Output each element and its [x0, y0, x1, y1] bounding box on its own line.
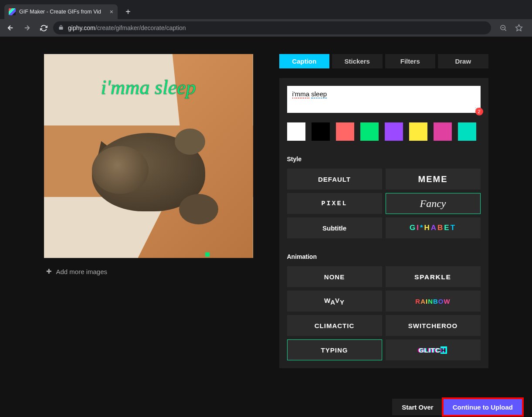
add-more-images-button[interactable]: ✚ Add more images — [44, 268, 253, 275]
zoom-icon[interactable] — [496, 21, 510, 35]
color-red[interactable] — [336, 122, 354, 141]
style-subtitle[interactable]: Subtitle — [287, 217, 382, 238]
forward-button[interactable] — [20, 21, 34, 35]
start-over-button[interactable]: Start Over — [392, 399, 443, 415]
plus-icon: ✚ — [46, 268, 52, 275]
color-white[interactable] — [287, 122, 305, 141]
color-black[interactable] — [312, 122, 330, 141]
tab-draw[interactable]: Draw — [438, 54, 488, 68]
style-meme[interactable]: MEME — [386, 169, 481, 190]
anim-switcheroo[interactable]: SWITCHEROO — [386, 315, 481, 336]
tab-filters[interactable]: Filters — [385, 54, 436, 68]
anim-typing[interactable]: TYPING — [287, 339, 382, 360]
reload-button[interactable] — [37, 21, 51, 35]
back-button[interactable] — [3, 21, 17, 35]
color-green[interactable] — [360, 122, 379, 141]
caption-input[interactable]: i'mma sleep — [287, 86, 481, 113]
anim-climactic[interactable]: CLIMACTIC — [287, 315, 382, 336]
anim-wavy[interactable]: WAVY — [287, 291, 382, 312]
giphabet-label: GI*HABET — [410, 224, 456, 232]
typing-cursor-icon — [205, 252, 210, 257]
style-default[interactable]: DEFAULT — [287, 169, 382, 190]
tab-caption[interactable]: Caption — [279, 54, 330, 68]
url-bar[interactable]: giphy.com/create/gifmaker/decorate/capti… — [53, 21, 491, 34]
style-fancy[interactable]: Fancy — [386, 193, 481, 214]
new-tab-button[interactable]: + — [118, 4, 139, 19]
tab-title: GIF Maker - Create GIFs from Vid — [19, 9, 106, 15]
color-yellow[interactable] — [409, 122, 427, 141]
error-count-badge: 2 — [475, 108, 483, 115]
browser-tab[interactable]: GIF Maker - Create GIFs from Vid × — [4, 4, 118, 19]
tab-stickers[interactable]: Stickers — [332, 54, 383, 68]
anim-sparkle[interactable]: SPARKLE — [386, 266, 481, 287]
color-pink[interactable] — [434, 122, 452, 141]
url-text: giphy.com/create/gifmaker/decorate/capti… — [68, 24, 186, 31]
lock-icon — [58, 25, 64, 31]
footer-actions: Start Over Continue to Upload — [392, 399, 522, 415]
color-swatches — [287, 122, 481, 141]
anim-none[interactable]: NONE — [287, 266, 382, 287]
animation-section-label: Animation — [287, 253, 481, 260]
close-tab-icon[interactable]: × — [110, 8, 113, 15]
star-icon[interactable] — [512, 21, 526, 35]
editor-tabs: Caption Stickers Filters Draw — [279, 54, 488, 68]
color-teal[interactable] — [458, 122, 476, 141]
style-giphabet[interactable]: GI*HABET — [386, 217, 481, 238]
style-pixel[interactable]: PIXEL — [287, 193, 382, 214]
browser-nav-bar: giphy.com/create/gifmaker/decorate/capti… — [0, 19, 532, 37]
caption-overlay-text: i'mma sleep — [44, 76, 253, 99]
style-section-label: Style — [287, 156, 481, 163]
add-more-label: Add more images — [56, 268, 108, 275]
color-purple[interactable] — [385, 122, 403, 141]
wavy-label: WAVY — [324, 298, 345, 305]
svg-marker-1 — [516, 25, 522, 31]
continue-upload-button[interactable]: Continue to Upload — [443, 399, 522, 415]
rainbow-label: RAINBOW — [415, 298, 450, 305]
site-favicon — [9, 8, 16, 15]
anim-rainbow[interactable]: RAINBOW — [386, 291, 481, 312]
anim-glitch[interactable]: GLITCH — [386, 339, 481, 360]
gif-preview[interactable]: i'mma sleep — [44, 54, 253, 258]
browser-tab-bar: GIF Maker - Create GIFs from Vid × + — [0, 0, 532, 19]
page-content: i'mma sleep ✚ Add more images Caption St… — [0, 37, 532, 417]
caption-panel: i'mma sleep 2 Style DEFA — [279, 78, 488, 368]
